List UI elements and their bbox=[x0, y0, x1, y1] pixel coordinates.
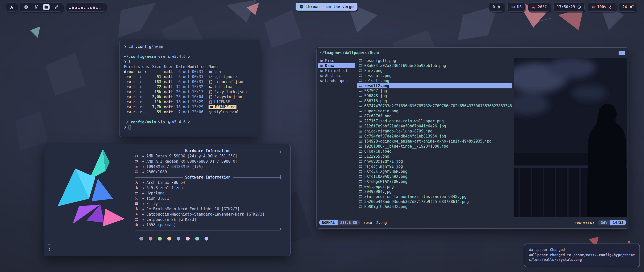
launcher-button[interactable] bbox=[6, 3, 17, 12]
info-row: →Catppuccin-Macchiato-Standard-Lavender-… bbox=[135, 212, 281, 217]
lua-icon bbox=[167, 120, 171, 124]
section-footer bbox=[135, 227, 281, 233]
directory-item-draw[interactable]: Draw bbox=[318, 63, 355, 68]
dock-item-vim[interactable]: V bbox=[33, 4, 39, 10]
file-item[interactable]: resssult.png bbox=[357, 73, 512, 78]
file-name: 68747470733a2f2f696d616765732d7769786d70… bbox=[364, 104, 512, 108]
file-item[interactable]: kurz.png bbox=[357, 68, 512, 73]
display-icon bbox=[135, 170, 139, 174]
file-item[interactable]: 3126f7e9bbf21a8a4af0b67b041c6e26.jpg bbox=[357, 124, 512, 129]
dock-item-paint[interactable] bbox=[53, 4, 60, 10]
directory-item-minimalist[interactable]: Minimalist bbox=[318, 68, 355, 73]
file-size-badge: 218.8 KB bbox=[338, 220, 360, 225]
visualizer-bar bbox=[85, 9, 86, 9]
status-modules: 0US26°C17:50:29100%24 bbox=[489, 0, 636, 14]
dock-item-firefox[interactable] bbox=[23, 4, 29, 10]
image-icon bbox=[359, 140, 362, 143]
file-item[interactable]: 08a634fa02a32364f69ebc86a98eb1eb.png bbox=[357, 63, 512, 68]
terminal-window[interactable]: ❯cd.config/nvim ~/.config/nvimviav5.4.6✔… bbox=[119, 40, 260, 137]
terminal-file-row: .rw-r--r--59matt 7 oct 23:06stylua.toml bbox=[124, 110, 255, 115]
moon-icon bbox=[209, 85, 212, 89]
file-item[interactable]: re1sult.png bbox=[357, 78, 512, 83]
media-player-pill[interactable]: thrown - on the verge bbox=[296, 3, 357, 11]
file-item[interactable]: 5a266e448add93deab367d87173e9f25-6837886… bbox=[357, 199, 512, 204]
font-icon: A bbox=[135, 207, 139, 211]
file-item[interactable]: 3122955.png bbox=[357, 154, 512, 159]
directory-name: Abstract bbox=[325, 74, 343, 78]
info-text: AMD Ryzen 9 5900X (24) @ 4.9GHz [61.3°C] bbox=[146, 154, 237, 158]
file-item[interactable]: result2.png bbox=[357, 83, 512, 88]
module-clock[interactable]: 17:50:29 bbox=[553, 3, 585, 12]
info-row: →Arch Linux x86_64 bbox=[135, 180, 281, 185]
file-item[interactable]: EeNKYgIUcAAJ5JX.png bbox=[357, 204, 512, 209]
file-manager-window[interactable]: ~/Imagenes/Wallpapers/Draw 1 MiscDrawMin… bbox=[316, 47, 629, 229]
file-item[interactable]: 0c794faf07de24a4db4d4fb1eb813964.jpg bbox=[357, 134, 512, 139]
module-notifications[interactable]: 24 bbox=[619, 3, 636, 12]
info-text: Hyprland bbox=[146, 191, 165, 195]
file-name: rsjqojlmjhf91.jpg bbox=[364, 164, 403, 169]
tab-badge[interactable]: 1 bbox=[619, 51, 625, 55]
info-row: →kitty bbox=[135, 201, 281, 206]
brush-icon bbox=[54, 5, 59, 9]
file-item[interactable]: FXfcJlTXgAMvH6R.png bbox=[357, 169, 512, 174]
fetch-shell-prompt[interactable]: ~ ❯ bbox=[48, 242, 53, 252]
file-name: 3122955.png bbox=[364, 154, 389, 159]
file-item[interactable]: FXfcII0X0AQyn9X.png bbox=[357, 174, 512, 179]
file-item[interactable]: 596848.jpg bbox=[357, 93, 512, 98]
file-item[interactable]: 19201080-__blue-tinge__-1920×1080.jpg bbox=[357, 144, 512, 149]
directory-item-misc[interactable]: Misc bbox=[318, 58, 355, 63]
fetch-window[interactable]: Hardware Information →AMD Ryzen 9 5900X … bbox=[44, 144, 291, 256]
image-icon bbox=[359, 89, 362, 93]
visualizer-bar bbox=[72, 7, 73, 9]
file-item[interactable]: rsjqojlmjhf91.jpg bbox=[357, 164, 512, 169]
file-item[interactable]: FXfcHgcWIAMzs0G.png bbox=[357, 179, 512, 184]
file-item[interactable]: atardecer-en-la-montanas-ilustracion-634… bbox=[357, 194, 512, 199]
info-text: JetBrainsMono Nerd Font Light 10 [GTK2/3… bbox=[146, 207, 239, 211]
directory-item-abstract[interactable]: Abstract bbox=[318, 73, 355, 78]
dock-item-files[interactable] bbox=[43, 4, 50, 10]
info-row: A→JetBrainsMono Nerd Font Light 10 [GTK2… bbox=[135, 206, 281, 212]
file-name: re1sult.png bbox=[364, 79, 389, 83]
file-item[interactable]: wallpaper.png bbox=[357, 184, 512, 189]
module-updates[interactable]: 0 bbox=[489, 3, 504, 12]
file-permissions: -rwxrwxrwx bbox=[572, 221, 594, 225]
file-item[interactable]: ressdfgult.png bbox=[357, 58, 512, 63]
file-item[interactable]: 154928-odinokoe_anime-art-anime-okno-sin… bbox=[357, 139, 512, 144]
image-icon bbox=[359, 74, 362, 78]
module-weather[interactable]: 26°C bbox=[528, 3, 550, 12]
module-audio[interactable]: 100% bbox=[588, 3, 616, 12]
file-item[interactable]: 587597.jpg bbox=[357, 88, 512, 93]
image-icon bbox=[359, 99, 362, 103]
image-icon bbox=[359, 195, 362, 198]
image-icon bbox=[359, 94, 362, 98]
directory-item-landscapes[interactable]: Landscapes bbox=[318, 78, 355, 83]
file-item[interactable]: super-mario.png bbox=[357, 109, 512, 114]
visualizer-bar bbox=[93, 7, 94, 9]
file-item[interactable]: 866715.png bbox=[357, 98, 512, 104]
file-name: lazy-lock.json bbox=[215, 90, 247, 94]
file-item[interactable]: 87r687df.png bbox=[357, 114, 512, 119]
image-icon bbox=[359, 134, 362, 138]
file-item[interactable]: chica-mirando-la-luna-8799.jpg bbox=[357, 129, 512, 134]
notification-toast[interactable]: Wallpaper Changed Wallpaper changed to /… bbox=[524, 244, 640, 267]
file-item[interactable]: 20492984.jpg bbox=[357, 189, 512, 194]
terminal-prompt-line[interactable]: ❯ bbox=[124, 125, 255, 130]
directory-name: Misc bbox=[325, 58, 334, 63]
folder-open-icon bbox=[320, 69, 323, 73]
file-item[interactable]: 8FKa7Cu.jpeg bbox=[357, 149, 512, 154]
file-item[interactable]: 217167-sad-anime-rain-wallpaper.png bbox=[357, 119, 512, 124]
shell-icon bbox=[135, 196, 139, 200]
palette-dot bbox=[195, 237, 199, 241]
tux-icon bbox=[135, 186, 139, 190]
braces-icon: {} bbox=[209, 95, 213, 99]
module-keyboard-layout[interactable]: US bbox=[507, 3, 525, 12]
file-item[interactable]: 68747470733a2f2f696d616765732d7769786d70… bbox=[357, 104, 512, 109]
terminal-command-line: ❯cd.config/nvim bbox=[124, 44, 255, 49]
panel-separator bbox=[356, 58, 356, 217]
file-item[interactable]: nnvuv0xj2df71.jpg bbox=[357, 159, 512, 164]
terminal-command-line: ❯l bbox=[124, 59, 255, 64]
git-icon bbox=[209, 75, 212, 79]
file-name: 217167-sad-anime-rain-wallpaper.png bbox=[364, 119, 444, 123]
directory-name: Minimalist bbox=[325, 69, 348, 73]
visualizer-bar bbox=[76, 7, 77, 9]
